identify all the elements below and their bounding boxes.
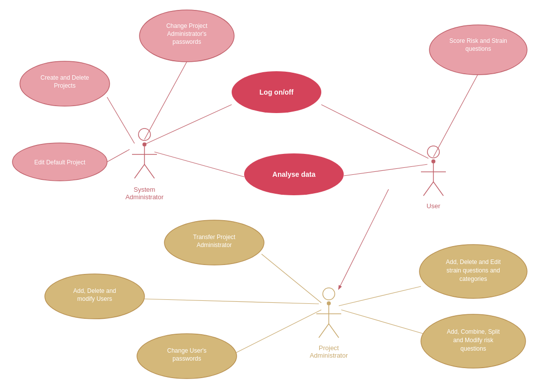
user-actor: User: [421, 146, 446, 210]
svg-point-15: [142, 142, 146, 146]
change-user-pwd-label: Change User's: [167, 347, 207, 354]
svg-line-8: [262, 254, 321, 303]
system-admin-label2: Administrator: [126, 193, 164, 201]
svg-line-25: [433, 182, 443, 196]
svg-line-10: [234, 310, 321, 354]
svg-line-11: [339, 286, 421, 306]
svg-line-12: [341, 310, 423, 334]
svg-line-13: [339, 189, 389, 289]
svg-text:questions: questions: [465, 45, 491, 52]
svg-point-26: [323, 288, 335, 300]
svg-text:Administrator: Administrator: [197, 242, 232, 249]
svg-text:Projects: Projects: [54, 82, 75, 89]
svg-line-9: [142, 299, 319, 304]
svg-text:strain questions and: strain questions and: [446, 267, 500, 274]
svg-line-5: [321, 105, 428, 158]
svg-text:passwords: passwords: [172, 38, 201, 45]
add-combine-risk-label: Add, Combine, Split: [447, 328, 500, 335]
svg-line-0: [144, 105, 232, 144]
svg-text:and Modify risk: and Modify risk: [453, 337, 494, 344]
svg-point-27: [327, 301, 331, 305]
svg-line-18: [135, 164, 144, 178]
transfer-admin-label: Transfer Project: [193, 234, 236, 241]
svg-point-21: [431, 159, 435, 163]
svg-line-7: [344, 164, 427, 176]
svg-text:categories: categories: [459, 275, 487, 282]
svg-line-6: [433, 74, 478, 157]
svg-line-3: [107, 149, 130, 162]
svg-line-4: [154, 152, 244, 177]
svg-line-19: [144, 164, 154, 178]
svg-text:passwords: passwords: [172, 355, 201, 362]
user-label: User: [426, 202, 440, 210]
add-delete-users-label: Add, Delete and: [73, 287, 116, 294]
svg-text:modify Users: modify Users: [77, 295, 112, 302]
edit-default-label: Edit Default Project: [34, 159, 86, 166]
svg-point-14: [138, 129, 150, 140]
score-risk-label: Score Risk and Strain: [449, 37, 507, 44]
svg-point-20: [427, 146, 439, 158]
svg-line-30: [319, 324, 329, 338]
svg-text:Administrator's: Administrator's: [167, 30, 207, 37]
svg-line-24: [423, 182, 433, 196]
analyse-label: Analyse data: [272, 170, 316, 178]
create-delete-label: Create and Delete: [40, 74, 89, 81]
svg-line-2: [107, 97, 135, 143]
logon-label: Log on/off: [260, 88, 294, 96]
svg-line-31: [329, 324, 339, 338]
use-case-diagram: System Administrator User Project: [0, 0, 541, 392]
project-admin-label: Project: [319, 344, 339, 352]
add-delete-strain-label: Add, Delete and Edit: [446, 259, 501, 265]
change-pwd-admin-label: Change Project: [166, 22, 208, 29]
system-admin-label: System: [134, 186, 155, 193]
svg-text:questions: questions: [460, 345, 486, 352]
project-admin-actor: Project Administrator: [310, 288, 348, 359]
project-admin-label2: Administrator: [310, 352, 348, 359]
